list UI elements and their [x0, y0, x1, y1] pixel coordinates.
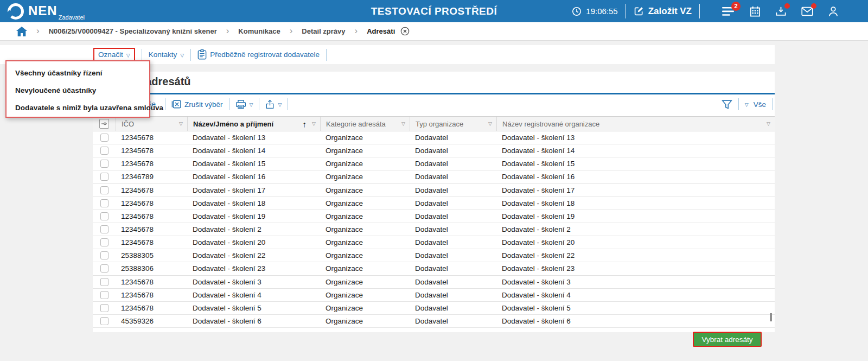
- cell-registered-org: Dodavatel - školení 23: [496, 264, 775, 273]
- table-row[interactable]: 12345678 Dodavatel - školení 17 Organiza…: [93, 184, 775, 197]
- row-checkbox[interactable]: [100, 173, 108, 181]
- filter-icon[interactable]: ▽: [179, 121, 183, 126]
- breadcrumb-item-detail-zpravy[interactable]: Detail zprávy: [302, 27, 345, 35]
- messages-button[interactable]: [801, 6, 813, 17]
- nen-logo-subtext: Zadavatel: [59, 14, 85, 21]
- oznacit-label: Označit: [98, 50, 123, 59]
- clear-selection-button[interactable]: Zrušit výběr: [171, 99, 223, 109]
- cell-ico: 12345678: [116, 199, 187, 207]
- table-row[interactable]: 25388306 Dodavatel - školení 23 Organiza…: [93, 262, 775, 275]
- cell-registered-org: Dodavatel - školení 16: [496, 173, 775, 181]
- chevron-down-icon[interactable]: ▽: [745, 102, 749, 107]
- cell-name: Dodavatel - školení 17: [187, 186, 320, 194]
- calendar-button[interactable]: [750, 6, 761, 17]
- column-header-category[interactable]: Kategorie adresáta ▽: [320, 117, 410, 131]
- cell-name: Dodavatel - školení 2: [187, 225, 320, 233]
- sort-asc-icon[interactable]: ↑: [303, 119, 307, 129]
- filter-icon[interactable]: ▽: [767, 121, 770, 126]
- edit-icon: [634, 6, 644, 16]
- table-row[interactable]: 12345678 Dodavatel - školení 15 Organiza…: [93, 157, 775, 170]
- table-row[interactable]: 12345678 Dodavatel - školení 18 Organiza…: [93, 197, 775, 210]
- cell-org-type: Dodavatel: [410, 251, 496, 259]
- cell-org-type: Dodavatel: [410, 225, 496, 233]
- table-row[interactable]: 12345678 Dodavatel - školení 19 Organiza…: [93, 210, 775, 223]
- main-menu-button[interactable]: 2: [722, 6, 735, 17]
- cell-org-type: Dodavatel: [410, 291, 496, 299]
- table-row[interactable]: 25388305 Dodavatel - školení 22 Organiza…: [93, 249, 775, 262]
- column-header-ico[interactable]: IČO ▽: [116, 117, 187, 131]
- dropdown-item[interactable]: Všechny účastníky řízení: [7, 65, 149, 82]
- dropdown-item[interactable]: Dodavatele s nimiž byla uzavřena smlouva: [7, 99, 149, 117]
- main-content: Označit ▽ Kontakty ▽ Předběžně registrov…: [0, 41, 868, 361]
- cell-org-type: Dodavatel: [410, 317, 496, 325]
- cell-category: Organizace: [320, 147, 410, 155]
- row-checkbox[interactable]: [100, 251, 108, 259]
- table-row[interactable]: 12346789 Dodavatel - školení 16 Organiza…: [93, 170, 775, 183]
- column-header-name[interactable]: Název/Jméno a příjmení ↑ ▽: [187, 117, 320, 131]
- row-checkbox[interactable]: [100, 199, 108, 207]
- kontakty-dropdown-button[interactable]: Kontakty ▽: [149, 50, 184, 59]
- session-time: 19:06:55: [572, 7, 617, 16]
- toolbar-divider: [738, 98, 739, 110]
- cell-ico: 45359326: [116, 317, 187, 325]
- cell-org-type: Dodavatel: [410, 212, 496, 220]
- table-row[interactable]: 12345678 Dodavatel - školení 13 Organiza…: [93, 131, 775, 144]
- table-row[interactable]: 12345678 Dodavatel - školení 4 Organizac…: [93, 289, 775, 302]
- breadcrumb-item-komunikace[interactable]: Komunikace: [238, 27, 280, 35]
- table-row[interactable]: 12345678 Dodavatel - školení 3 Organizac…: [93, 276, 775, 289]
- create-vz-label: Založit VZ: [648, 6, 692, 17]
- row-checkbox[interactable]: [100, 317, 108, 325]
- action-bar-divider: [142, 49, 142, 61]
- create-vz-button[interactable]: Založit VZ: [634, 6, 692, 17]
- table-row[interactable]: 12345678 Dodavatel - školení 14 Organiza…: [93, 144, 775, 157]
- table-row[interactable]: 12345678 Dodavatel - školení 2 Organizac…: [93, 223, 775, 236]
- column-header-registered-org[interactable]: Název registrované organizace ▽: [496, 117, 775, 131]
- row-checkbox[interactable]: [100, 238, 108, 246]
- export-button[interactable]: ▽: [265, 99, 282, 109]
- row-checkbox[interactable]: [100, 147, 108, 155]
- close-page-icon[interactable]: [400, 27, 410, 36]
- column-header-org-type[interactable]: Typ organizace ▽: [410, 117, 496, 131]
- nen-logo[interactable]: NEN Zadavatel: [8, 3, 85, 20]
- table-row[interactable]: 12345678 Dodavatel - školení 5 Organizac…: [93, 302, 775, 315]
- filter-icon[interactable]: ▽: [312, 121, 316, 126]
- preregister-supplier-button[interactable]: Předběžně registrovat dodavatele: [197, 49, 320, 60]
- row-checkbox[interactable]: [100, 160, 108, 168]
- cell-name: Dodavatel - školení 18: [187, 199, 320, 207]
- user-profile-button[interactable]: [828, 6, 839, 17]
- cell-registered-org: Dodavatel - školení 5: [496, 304, 775, 312]
- topbar-divider: [626, 4, 626, 18]
- select-addressees-button[interactable]: Vybrat adresáty: [693, 332, 762, 347]
- filter-funnel-icon[interactable]: [722, 99, 732, 110]
- filter-icon[interactable]: ▽: [401, 121, 405, 126]
- row-checkbox[interactable]: [100, 304, 108, 312]
- cell-name: Dodavatel - školení 20: [187, 238, 320, 246]
- table-row[interactable]: 12345678 Dodavatel - školení 20 Organiza…: [93, 236, 775, 249]
- cell-org-type: Dodavatel: [410, 147, 496, 155]
- row-checkbox[interactable]: [100, 264, 108, 273]
- grid-toolbar: Vybrat vše Zrušit výběr: [93, 97, 775, 112]
- row-checkbox[interactable]: [100, 186, 108, 194]
- cell-category: Organizace: [320, 134, 410, 142]
- vertical-scrollbar-thumb[interactable]: [770, 313, 772, 321]
- filter-icon[interactable]: ▽: [488, 121, 492, 126]
- column-config-icon[interactable]: [99, 119, 109, 129]
- chevron-down-icon: ▽: [126, 53, 130, 58]
- inbox-button[interactable]: [775, 6, 787, 17]
- table-row[interactable]: 45359326 Dodavatel - školení 6 Organizac…: [93, 315, 775, 328]
- dropdown-item[interactable]: Nevyloučené účastníky: [7, 82, 149, 99]
- row-checkbox[interactable]: [100, 291, 108, 299]
- breadcrumb-item-vz[interactable]: N006/25/V00009427 - Specializovaný knižn…: [49, 27, 217, 35]
- print-button[interactable]: ▽: [235, 99, 253, 109]
- row-checkbox[interactable]: [100, 212, 108, 220]
- row-checkbox[interactable]: [100, 278, 108, 286]
- cell-registered-org: Dodavatel - školení 3: [496, 278, 775, 286]
- filter-all-button[interactable]: Vše: [754, 100, 766, 109]
- home-icon[interactable]: [16, 27, 27, 36]
- cell-registered-org: Dodavatel - školení 22: [496, 251, 775, 259]
- row-checkbox[interactable]: [100, 225, 108, 233]
- oznacit-dropdown-button[interactable]: Označit ▽: [93, 48, 135, 61]
- x-square-icon: [171, 99, 181, 109]
- top-navigation-bar: NEN Zadavatel TESTOVACÍ PROSTŘEDÍ 19:06:…: [0, 0, 868, 22]
- row-checkbox[interactable]: [100, 134, 108, 142]
